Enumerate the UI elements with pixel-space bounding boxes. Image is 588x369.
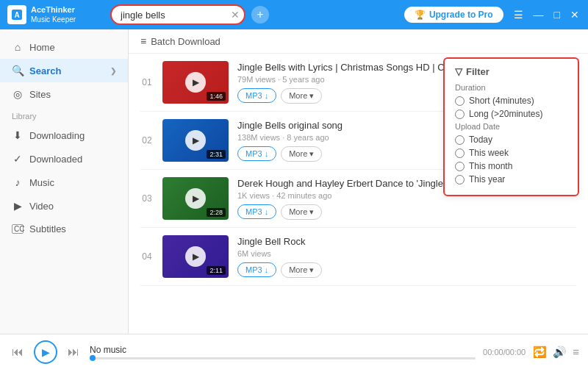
result-thumbnail: ▶ 2:28 <box>162 177 229 220</box>
download-icon: ⬇ <box>12 129 24 141</box>
filter-radio-month[interactable] <box>455 162 465 171</box>
duration-badge: 2:28 <box>207 208 226 217</box>
filter-radio-year[interactable] <box>455 175 465 184</box>
sidebar-item-sites[interactable]: ◎ Sites <box>0 82 128 106</box>
sidebar-item-video[interactable]: ▶ Video <box>0 194 128 218</box>
duration-badge: 1:46 <box>207 92 226 101</box>
filter-option-today[interactable]: Today <box>455 135 567 145</box>
home-icon: ⌂ <box>12 41 24 53</box>
result-number: 03 <box>140 193 154 204</box>
filter-option-month[interactable]: This month <box>455 161 567 171</box>
filter-radio-today[interactable] <box>455 135 465 145</box>
downloaded-icon: ✓ <box>12 153 24 165</box>
maximize-button[interactable]: □ <box>553 7 562 22</box>
filter-option-year[interactable]: This year <box>455 174 567 184</box>
batch-bar: ≡ Batch Download <box>129 29 588 54</box>
app-name: AceThinker Music Keeper <box>31 5 76 24</box>
upgrade-icon: 🏆 <box>415 10 426 20</box>
close-button[interactable]: ✕ <box>569 7 581 22</box>
result-thumbnail: ▶ 1:46 <box>162 61 229 104</box>
svg-text:A: A <box>14 11 19 19</box>
title-bar: A AceThinker Music Keeper ✕ + 🏆 Upgrade … <box>0 0 588 29</box>
sidebar-item-home[interactable]: ⌂ Home <box>0 35 128 59</box>
track-name: No music <box>90 345 476 355</box>
library-label: Library <box>0 106 128 123</box>
result-meta: 6M views <box>237 249 576 258</box>
next-button[interactable]: ⏭ <box>65 343 82 362</box>
more-options-button[interactable]: More ▾ <box>281 146 322 162</box>
playlist-button[interactable]: ≡ <box>573 345 579 358</box>
play-icon: ▶ <box>185 130 206 151</box>
previous-button[interactable]: ⏮ <box>9 343 26 362</box>
app-logo: A AceThinker Music Keeper <box>7 5 103 24</box>
mp3-download-button[interactable]: MP3 ↓ <box>237 88 276 103</box>
filter-radio-week[interactable] <box>455 148 465 158</box>
mp3-download-button[interactable]: MP3 ↓ <box>237 204 276 219</box>
sites-icon: ◎ <box>12 88 24 100</box>
main-layout: ⌂ Home 🔍 Search ❯ ◎ Sites Library ⬇ Down… <box>0 29 588 334</box>
result-number: 01 <box>140 77 154 87</box>
repeat-button[interactable]: 🔁 <box>533 345 547 359</box>
result-thumbnail: ▶ 2:31 <box>162 119 229 162</box>
sidebar-item-subtitles[interactable]: CC Subtitles <box>0 218 128 240</box>
result-thumbnail: ▶ 2:11 <box>162 235 229 278</box>
duration-label: Duration <box>455 83 567 92</box>
chevron-icon: ❯ <box>110 67 116 75</box>
sidebar-item-music[interactable]: ♪ Music <box>0 171 128 194</box>
result-number: 02 <box>140 135 154 146</box>
table-row: 04 ▶ 2:11 Jingle Bell Rock 6M views MP3 … <box>140 228 576 286</box>
minimize-button[interactable]: — <box>532 7 545 22</box>
search-icon: 🔍 <box>12 65 24 76</box>
result-actions: MP3 ↓ More ▾ <box>237 262 576 278</box>
add-tab-button[interactable]: + <box>251 6 269 24</box>
player-time: 00:00/00:00 <box>483 348 526 357</box>
search-bar-container: ✕ <box>110 4 245 25</box>
more-options-button[interactable]: More ▾ <box>281 262 322 278</box>
sidebar-item-downloading[interactable]: ⬇ Downloading <box>0 123 128 147</box>
more-options-button[interactable]: More ▾ <box>281 204 322 220</box>
upgrade-button[interactable]: 🏆 Upgrade to Pro <box>404 7 503 23</box>
play-button[interactable]: ▶ <box>34 340 57 364</box>
more-options-button[interactable]: More ▾ <box>281 88 322 104</box>
mp3-download-button[interactable]: MP3 ↓ <box>237 262 276 277</box>
duration-badge: 2:11 <box>207 266 226 275</box>
video-icon: ▶ <box>12 200 24 212</box>
batch-download-label: Batch Download <box>151 36 220 47</box>
subtitles-icon: CC <box>12 224 24 234</box>
mp3-download-button[interactable]: MP3 ↓ <box>237 146 276 161</box>
upload-date-label: Upload Date <box>455 122 567 131</box>
progress-bar[interactable] <box>90 357 476 359</box>
bottom-player: ⏮ ▶ ⏭ No music 00:00/00:00 🔁 🔊 ≡ <box>0 334 588 369</box>
filter-header: ▽ Filter <box>455 66 567 77</box>
content-area: ≡ Batch Download 01 ▶ 1:46 Jingle Bells … <box>129 29 588 334</box>
search-input[interactable] <box>110 4 245 25</box>
player-track: No music <box>90 345 476 359</box>
play-icon: ▶ <box>185 72 206 93</box>
play-icon: ▶ <box>185 246 206 267</box>
filter-option-short[interactable]: Short (4minutes) <box>455 96 567 106</box>
menu-button[interactable]: ☰ <box>512 7 525 22</box>
result-info: Jingle Bell Rock 6M views MP3 ↓ More ▾ <box>237 236 576 278</box>
search-clear-button[interactable]: ✕ <box>231 10 240 20</box>
volume-button[interactable]: 🔊 <box>553 345 567 359</box>
filter-radio-short[interactable] <box>455 96 465 106</box>
filter-panel: ▽ Filter Duration Short (4minutes) Long … <box>443 57 579 196</box>
play-icon: ▶ <box>185 188 206 209</box>
batch-icon: ≡ <box>140 35 146 47</box>
sidebar-item-downloaded[interactable]: ✓ Downloaded <box>0 147 128 171</box>
window-controls: ☰ — □ ✕ <box>512 7 581 22</box>
music-icon: ♪ <box>12 176 24 188</box>
filter-radio-long[interactable] <box>455 110 465 119</box>
filter-option-long[interactable]: Long (>20minutes) <box>455 109 567 119</box>
filter-option-week[interactable]: This week <box>455 148 567 158</box>
result-actions: MP3 ↓ More ▾ <box>237 204 576 220</box>
sidebar-item-search[interactable]: 🔍 Search ❯ <box>0 59 128 82</box>
sidebar: ⌂ Home 🔍 Search ❯ ◎ Sites Library ⬇ Down… <box>0 29 129 334</box>
duration-badge: 2:31 <box>207 150 226 159</box>
logo-icon: A <box>7 5 26 24</box>
progress-dot <box>90 355 96 361</box>
player-right-controls: 🔁 🔊 ≡ <box>533 345 579 359</box>
result-number: 04 <box>140 251 154 262</box>
filter-icon: ▽ <box>455 66 462 77</box>
filter-title: Filter <box>466 66 490 77</box>
